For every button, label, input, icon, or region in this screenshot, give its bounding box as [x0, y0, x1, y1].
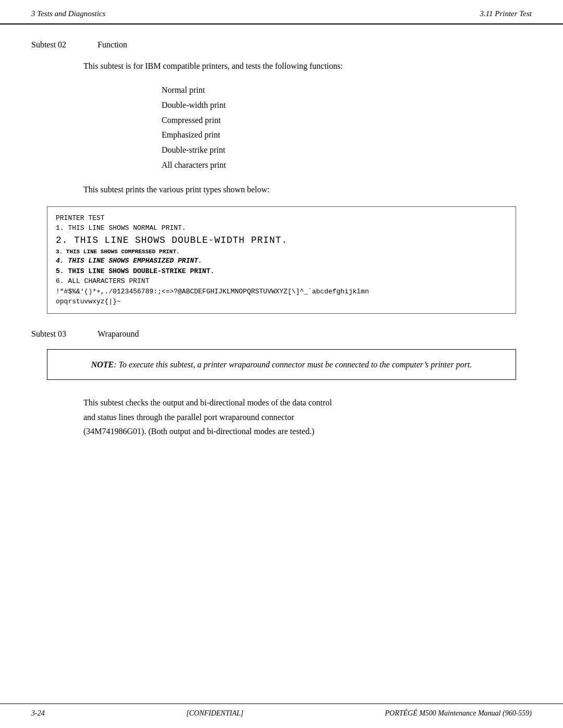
- list-item: Normal print: [162, 83, 532, 98]
- list-item: Emphasized print: [162, 128, 532, 143]
- footer-left: 3-24: [31, 709, 45, 718]
- desc-line3: (34M741986G01). (Both output and bi-dire…: [83, 427, 314, 436]
- code-line3: 3. THIS LINE SHOWS COMPRESSED PRINT.: [56, 248, 507, 256]
- footer-center: [CONFIDENTIAL]: [186, 709, 243, 718]
- print-types-list: Normal print Double-width print Compress…: [162, 83, 532, 173]
- code-line5: 5. THIS LINE SHOWS DOUBLE-STRIKE PRINT.: [56, 266, 507, 277]
- list-item: Compressed print: [162, 113, 532, 128]
- note-label: NOTE: [91, 360, 114, 369]
- code-line6: 6. ALL CHARACTERS PRINT: [56, 276, 507, 287]
- subtest03-desc: This subtest checks the output and bi-di…: [83, 396, 532, 438]
- header-right: 3.11 Printer Test: [480, 9, 532, 18]
- subtest02-label: Subtest 02: [31, 40, 66, 50]
- subtest-text: This subtest prints the various print ty…: [83, 183, 532, 196]
- subtest02-title: Function: [97, 40, 127, 50]
- code-line4: 4. THIS LINE SHOWS EMPHASIZED PRINT.: [56, 256, 507, 266]
- page: 3 Tests and Diagnostics 3.11 Printer Tes…: [0, 0, 563, 728]
- subtest03-title: Wraparound: [97, 329, 139, 339]
- list-item: All characters print: [162, 158, 532, 173]
- page-header: 3 Tests and Diagnostics 3.11 Printer Tes…: [0, 0, 563, 24]
- code-line1: 1. THIS LINE SHOWS NORMAL PRINT.: [56, 223, 507, 233]
- desc-line1: This subtest checks the output and bi-di…: [83, 398, 332, 407]
- code-chars1: !"#$%&'()*+,./0123456789:;<=>?@ABCDEFGHI…: [56, 287, 507, 297]
- page-footer: 3-24 [CONFIDENTIAL] PORTÉGÉ M500 Mainten…: [0, 704, 563, 718]
- code-box: PRINTER TEST 1. THIS LINE SHOWS NORMAL P…: [47, 206, 516, 314]
- header-left: 3 Tests and Diagnostics: [31, 9, 105, 18]
- note-content: NOTE: To execute this subtest, a printer…: [60, 358, 503, 372]
- subtest03-heading: Subtest 03 Wraparound: [31, 329, 532, 339]
- list-item: Double-width print: [162, 98, 532, 113]
- subtest02-intro: This subtest is for IBM compatible print…: [83, 60, 532, 72]
- desc-line2: and status lines through the parallel po…: [83, 413, 294, 422]
- list-item: Double-strike print: [162, 143, 532, 158]
- note-text: : To execute this subtest, a printer wra…: [114, 360, 472, 369]
- subtest03-label: Subtest 03: [31, 329, 66, 339]
- code-title: PRINTER TEST: [56, 213, 507, 224]
- code-chars2: opqrstuvwxyz{|}~: [56, 297, 507, 307]
- footer-right: PORTÉGÉ M500 Maintenance Manual (960-559…: [385, 709, 532, 718]
- main-content: Subtest 02 Function This subtest is for …: [0, 40, 563, 438]
- subtest02-heading: Subtest 02 Function: [31, 40, 532, 50]
- code-line2: 2. THIS LINE SHOWS DOUBLE-WIDTH PRINT.: [56, 233, 507, 248]
- note-box: NOTE: To execute this subtest, a printer…: [47, 349, 516, 380]
